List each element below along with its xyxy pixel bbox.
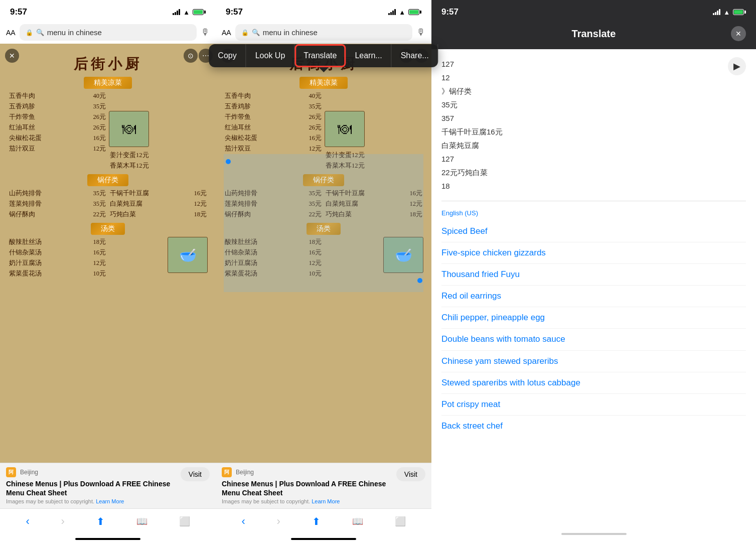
language-label: English (US) (441, 209, 746, 217)
context-translate[interactable]: Translate (294, 44, 346, 67)
guozai-left-col: 山药炖排骨 35元 莲菜炖排骨 35元 锅仔酥肉 22元 (8, 188, 107, 220)
item-name: 干锅千叶豆腐 (110, 189, 149, 198)
bookmarks-button-mid[interactable]: 📖 (352, 516, 363, 527)
menu-item-4: 红油耳丝 26元 (8, 122, 107, 133)
food-image-top-left: 🍽 (109, 111, 149, 147)
context-learn[interactable]: Learn... (346, 44, 391, 67)
browser-bar-left: AA 🔒 🔍 menu in chinese 🎙 (0, 21, 216, 44)
item-price: 12元 (136, 151, 149, 160)
tang-left-col: 酸辣肚丝汤 18元 什锦杂菜汤 16元 奶汁豆腐汤 12元 紫菜蛋花汤 (8, 237, 107, 279)
bar4 (179, 9, 180, 15)
item-price: 18元 (194, 210, 207, 219)
menu-item-t1: 酸辣肚丝汤 18元 (8, 237, 107, 247)
menu-wrapper-mid: 后街小厨 精美凉菜 五香牛肉40元 五香鸡胗35元 干炸带鱼26元 (222, 50, 425, 457)
item-name: 山药炖排骨 (9, 189, 42, 198)
site-info-mid: 阿 Beijing Chinese Menus | Plus Download … (222, 467, 396, 504)
source-line-2: 12 (441, 71, 503, 84)
item-price: 26元 (93, 113, 106, 121)
menu-item-g3: 锅仔酥肉 22元 (8, 209, 107, 220)
back-button-left[interactable]: ‹ (26, 515, 29, 528)
visit-button-mid[interactable]: Visit (396, 467, 425, 481)
search-text-mid: menu in chinese (263, 28, 406, 37)
bottom-bar-left: 阿 Beijing Chinese Menus | Plus Download … (0, 463, 216, 508)
menu-item-t2: 什锦杂菜汤 16元 (8, 247, 107, 258)
guozai-section-mid: 山药炖排骨35元 莲菜炖排骨35元 锅仔酥肉22元 干锅千叶豆腐16元 白菜炖豆… (222, 188, 425, 220)
menu-item-5: 尖椒松花蛋 16元 (8, 133, 107, 144)
bookmarks-button-left[interactable]: 📖 (136, 516, 147, 527)
translated-item-10[interactable]: Back street chef (441, 416, 746, 437)
source-line-9: 22元巧炖白菜 (441, 166, 503, 179)
translated-item-2[interactable]: Five-spice chicken gizzards (441, 242, 746, 264)
learn-more-mid[interactable]: Learn More (312, 498, 340, 504)
tabs-button-left[interactable]: ⬜ (179, 516, 190, 527)
tang-right-col: 🥣 (109, 237, 208, 273)
item-name: 莲菜炖排骨 (9, 200, 42, 208)
menu-wrapper-left: 后街小厨 精美凉菜 五香牛肉 40元 五香鸡胗 35元 (6, 50, 210, 457)
context-share[interactable]: Share... (392, 44, 438, 67)
food-image-top-mid: 🍽 (325, 111, 365, 147)
mic-icon-left[interactable]: 🎙 (201, 27, 210, 38)
translated-item-3[interactable]: Thousand fried Fuyu (441, 264, 746, 286)
scan-button-left[interactable]: ⊙ (184, 49, 198, 63)
forward-button-mid: › (277, 515, 280, 528)
back-button-mid[interactable]: ‹ (241, 515, 245, 528)
liangcai-section-left: 五香牛肉 40元 五香鸡胗 35元 干炸带鱼 26元 红油耳丝 (6, 91, 210, 171)
section-header-2-mid: 锅仔类 (303, 174, 344, 186)
aa-button-left[interactable]: AA (6, 29, 16, 37)
context-menu: Copy Look Up Translate Learn... Share... (209, 44, 438, 67)
translated-item-1[interactable]: Spiced Beef (441, 221, 746, 242)
selection-dot-bottom (417, 278, 422, 283)
close-button-left[interactable]: ✕ (5, 49, 19, 63)
item-name: 五香鸡胗 (9, 102, 35, 111)
share-button-mid[interactable]: ⬆ (312, 515, 321, 527)
translated-items-list: Spiced Beef Five-spice chicken gizzards … (441, 221, 746, 437)
mic-icon-mid[interactable]: 🎙 (416, 27, 425, 38)
item-name: 红油耳丝 (9, 123, 35, 132)
context-lookup[interactable]: Look Up (246, 44, 295, 67)
tabs-button-mid[interactable]: ⬜ (395, 516, 406, 527)
aa-button-mid[interactable]: AA (222, 29, 231, 37)
translated-item-9[interactable]: Pot crispy meat (441, 394, 746, 416)
search-icon-left: 🔍 (36, 29, 44, 36)
item-price: 22元 (93, 210, 106, 219)
bottom-bar-mid: 阿 Beijing Chinese Menus | Plus Download … (216, 463, 431, 508)
liangcai-section-mid: 五香牛肉40元 五香鸡胗35元 干炸带鱼26元 红油耳丝26元 尖椒松花蛋16元 (222, 91, 425, 171)
content-left: ✕ ⊙ ⋯ 后街小厨 精美凉菜 五香牛肉 40元 五香鸡胗 35元 (0, 44, 216, 463)
section-header-3-mid: 汤类 (307, 223, 341, 235)
item-price: 12元 (93, 259, 106, 267)
translated-item-7[interactable]: Chinese yam stewed spareribs (441, 351, 746, 372)
menu-item-g1: 山药炖排骨 35元 (8, 188, 107, 199)
item-name: 茄汁双豆 (9, 145, 35, 153)
menu-item-6: 茄汁双豆 12元 (8, 144, 107, 154)
site-row-left: 阿 Beijing Chinese Menus | Plus Download … (6, 467, 210, 504)
audio-play-button[interactable]: ▶ (728, 57, 746, 75)
lock-icon-left: 🔒 (26, 29, 33, 36)
tang-section-mid: 酸辣肚丝汤18元 什锦杂菜汤16元 奶汁豆腐汤12元 紫菜蛋花汤10元 🥣 (222, 237, 425, 279)
context-copy[interactable]: Copy (209, 44, 246, 67)
translated-item-5[interactable]: Chili pepper, pineapple egg (441, 307, 746, 329)
time-left: 9:57 (10, 7, 27, 17)
bar2 (175, 12, 176, 15)
item-price: 40元 (93, 92, 106, 100)
translated-item-4[interactable]: Red oil earrings (441, 286, 746, 307)
visit-button-left[interactable]: Visit (181, 467, 210, 481)
food-image-bottom-mid: 🥣 (383, 237, 423, 273)
item-name: 酸辣肚丝汤 (9, 238, 42, 246)
learn-more-left[interactable]: Learn More (96, 498, 124, 504)
source-line-6: 千锅千叶豆腐16元 (441, 125, 503, 139)
search-bar-mid[interactable]: 🔒 🔍 menu in chinese (235, 24, 412, 41)
location-mid: Beijing (236, 469, 254, 476)
translated-item-6[interactable]: Double beans with tomato sauce (441, 329, 746, 350)
share-button-left[interactable]: ⬆ (96, 515, 105, 527)
location-left: Beijing (20, 469, 38, 476)
section-header-1-mid: 精美凉菜 (299, 77, 348, 89)
item-name: 锅仔酥肉 (9, 210, 35, 219)
translate-content[interactable]: 127 12 》锅仔类 35元 357 千锅千叶豆腐16元 白菜炖豆腐 127 … (431, 49, 756, 529)
battery-tip (204, 11, 206, 14)
wifi-icon-mid: ▲ (399, 9, 405, 16)
menu-item-mid-6: 茄汁双豆12元 (224, 144, 323, 154)
section-header-2-left: 锅仔类 (87, 174, 128, 186)
search-bar-left[interactable]: 🔒 🔍 menu in chinese (20, 24, 197, 41)
translated-item-8[interactable]: Stewed spareribs with lotus cabbage (441, 372, 746, 394)
translate-close-button[interactable]: ✕ (731, 26, 746, 41)
